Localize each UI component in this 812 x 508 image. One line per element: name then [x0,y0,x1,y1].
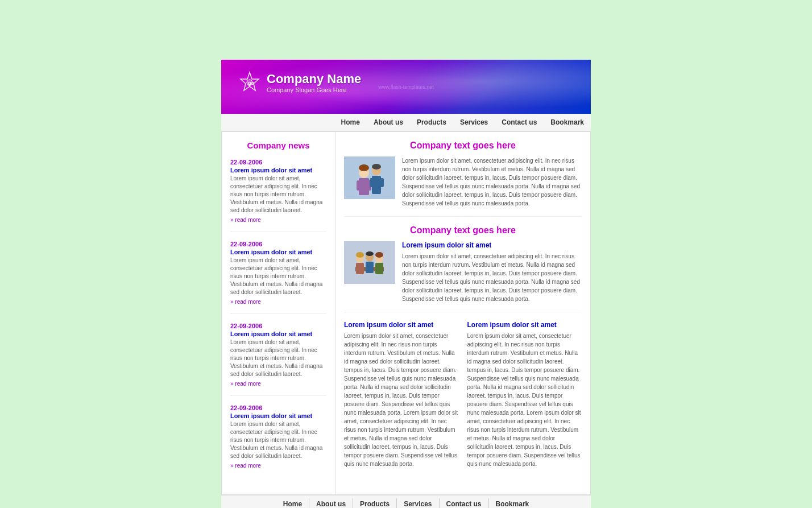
article-image-1 [344,156,395,199]
news-text: Lorem ipsum dolor sit amet, consectetuer… [230,257,326,296]
article-image-2 [344,241,395,284]
news-title: Lorem ipsum dolor sit amet [230,412,326,419]
svg-rect-19 [366,262,374,273]
two-column-section: Lorem ipsum dolor sit amet Lorem ipsum d… [344,321,582,468]
nav-bottom: Home About us Products Services Contact … [221,495,591,508]
nav-bookmark[interactable]: Bookmark [544,117,591,128]
section-title-1: Company text goes here [344,141,582,151]
svg-rect-6 [357,180,361,191]
col-right-title: Lorem ipsum dolor sit amet [467,321,582,329]
article-svg-2 [344,241,395,284]
nav-about[interactable]: About us [367,117,410,128]
col-right: Lorem ipsum dolor sit amet Lorem ipsum d… [467,321,582,468]
read-more-link[interactable]: read more [230,381,326,387]
col-left-title: Lorem ipsum dolor sit amet [344,321,459,329]
svg-point-12 [359,164,369,171]
news-text: Lorem ipsum dolor sit amet, consectetuer… [230,338,326,378]
header: go Company Name Company Slogan Goes Here… [221,60,591,114]
logo-area: go Company Name Company Slogan Goes Here [238,71,361,94]
news-title: Lorem ipsum dolor sit amet [230,167,326,174]
news-item: 22-09-2006 Lorem ipsum dolor sit amet Lo… [230,159,326,232]
nav-products[interactable]: Products [410,117,453,128]
svg-text:go: go [248,80,254,86]
news-date: 22-09-2006 [230,241,326,247]
article-body-2: Lorem ipsum dolor sit amet Lorem ipsum d… [402,241,582,303]
nav-services[interactable]: Services [453,117,495,128]
news-text: Lorem ipsum dolor sit amet, consectetuer… [230,175,326,214]
svg-rect-11 [380,178,384,187]
nav-bottom-contact[interactable]: Contact us [440,498,489,508]
news-title: Lorem ipsum dolor sit amet [230,331,326,337]
col-left-text: Lorem ipsum dolor sit amet, consectetuer… [344,332,459,468]
article-row-2: Lorem ipsum dolor sit amet Lorem ipsum d… [344,241,582,312]
article-body-1: Lorem ipsum dolor sit amet, consectetuer… [402,156,582,208]
news-date: 22-09-2006 [230,404,326,411]
read-more-link[interactable]: read more [230,299,326,305]
article-row-1: Lorem ipsum dolor sit amet, consectetuer… [344,156,582,217]
col-right-text: Lorem ipsum dolor sit amet, consectetuer… [467,332,582,468]
article-text-2: Lorem ipsum dolor sit amet, consectetuer… [402,252,582,303]
news-date: 22-09-2006 [230,159,326,166]
sidebar-title: Company news [230,141,326,150]
svg-point-13 [372,164,381,170]
news-item: 22-09-2006 Lorem ipsum dolor sit amet Lo… [230,241,326,314]
nav-home[interactable]: Home [334,117,367,128]
nav-bottom-about[interactable]: About us [309,498,353,508]
company-slogan: Company Slogan Goes Here [267,86,361,93]
main-content: Company text goes here [335,132,590,494]
read-more-link[interactable]: read more [230,462,326,469]
svg-rect-3 [344,156,395,199]
svg-rect-21 [375,263,383,274]
nav-top: Home About us Products Services Contact … [221,114,591,131]
svg-rect-17 [356,263,364,274]
svg-rect-10 [370,178,374,187]
article-svg-1 [344,156,395,199]
article-text-1: Lorem ipsum dolor sit amet, consectetuer… [402,156,582,208]
nav-bottom-bookmark[interactable]: Bookmark [489,498,536,508]
news-title: Lorem ipsum dolor sit amet [230,249,326,255]
content-wrapper: Company news 22-09-2006 Lorem ipsum dolo… [221,131,591,495]
article-sub-title-2: Lorem ipsum dolor sit amet [402,241,582,249]
news-date: 22-09-2006 [230,323,326,329]
svg-point-24 [375,252,383,258]
read-more-link[interactable]: read more [230,217,326,223]
nav-bottom-products[interactable]: Products [353,498,397,508]
news-text: Lorem ipsum dolor sit amet, consectetuer… [230,420,326,460]
news-item: 22-09-2006 Lorem ipsum dolor sit amet Lo… [230,404,326,477]
logo-icon: go [238,71,261,94]
nav-contact[interactable]: Contact us [495,117,544,128]
nav-bottom-services[interactable]: Services [397,498,439,508]
col-left: Lorem ipsum dolor sit amet Lorem ipsum d… [344,321,459,468]
svg-point-22 [356,252,364,258]
news-item: 22-09-2006 Lorem ipsum dolor sit amet Lo… [230,323,326,396]
company-name: Company Name [267,72,361,86]
svg-point-23 [366,251,374,256]
company-info: Company Name Company Slogan Goes Here [267,72,361,93]
sidebar: Company news 22-09-2006 Lorem ipsum dolo… [222,132,335,494]
section-title-2: Company text goes here [344,225,582,236]
nav-bottom-home[interactable]: Home [276,498,309,508]
